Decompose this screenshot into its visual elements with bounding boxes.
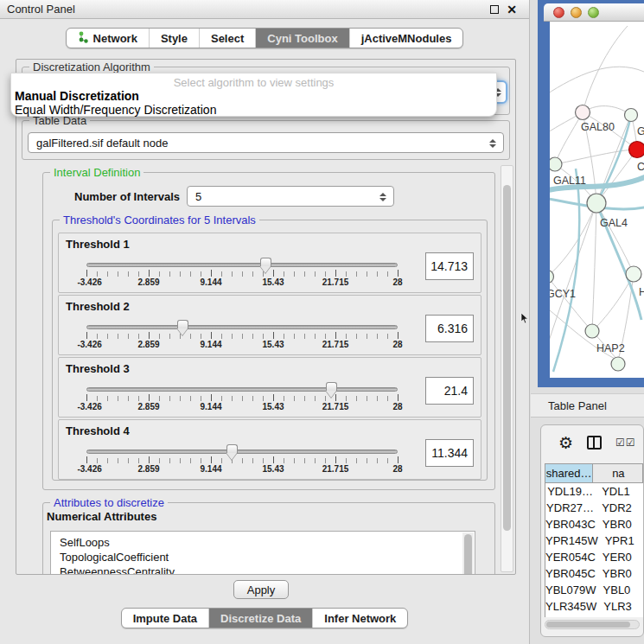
slider-scale-labels: -3.4262.859 9.14415.43 21.71528 xyxy=(86,402,398,412)
threshold-3-value-field[interactable]: 21.4 xyxy=(425,377,474,405)
interval-definition-title: Interval Definition xyxy=(50,166,143,179)
slider-track[interactable] xyxy=(86,263,398,267)
zoom-traffic-light-icon[interactable] xyxy=(588,7,599,18)
slider-scale-labels: -3.4262.859 9.14415.43 21.71528 xyxy=(86,340,398,350)
number-of-intervals-combobox[interactable]: 5 xyxy=(187,186,394,207)
list-item[interactable]: SelfLoops xyxy=(60,535,475,550)
table-row[interactable]: YIL053CYIL0 xyxy=(545,615,643,617)
gear-icon[interactable]: ⚙ xyxy=(558,435,573,451)
network-view-window[interactable]: GAL80 G C GAL11 GAL4 GCY1 H HAP2 xyxy=(538,0,644,387)
option-equal-width-frequency[interactable]: Equal Width/Frequency Discretization xyxy=(11,103,496,117)
tab-network[interactable]: Network xyxy=(67,29,150,48)
slider-thumb[interactable] xyxy=(326,382,337,391)
control-panel-window: Control Panel ✕ Network Style xyxy=(0,0,530,644)
tab-impute-data[interactable]: Impute Data xyxy=(122,609,209,628)
minimize-traffic-light-icon[interactable] xyxy=(571,7,582,18)
node-gal4[interactable] xyxy=(587,194,606,213)
node-label: H xyxy=(639,286,644,298)
table-data-combobox[interactable]: galFiltered.sif default node xyxy=(28,132,504,153)
node-label: GAL80 xyxy=(581,121,615,133)
float-window-icon[interactable] xyxy=(490,5,499,14)
node-label: GAL4 xyxy=(600,217,628,229)
numerical-attributes-label: Numerical Attributes xyxy=(47,510,156,523)
node-bottom-clipped[interactable] xyxy=(611,357,625,371)
list-scrollbar[interactable] xyxy=(462,532,474,574)
tab-style[interactable]: Style xyxy=(150,29,200,48)
tab-cyni-toolbox[interactable]: Cyni Toolbox xyxy=(256,29,349,48)
slider-thumb[interactable] xyxy=(226,444,238,453)
node-label: C xyxy=(637,161,644,173)
interval-definition-group: Interval Definition Number of Intervals … xyxy=(42,172,495,490)
number-of-intervals-label: Number of Intervals xyxy=(74,190,180,203)
list-item[interactable]: TopologicalCoefficient xyxy=(60,550,475,564)
scrollbar-thumb[interactable] xyxy=(503,185,511,531)
tab-discretize-data[interactable]: Discretize Data xyxy=(209,609,313,628)
node-left[interactable] xyxy=(550,157,562,171)
algorithm-hint: Select algorithm to view settings xyxy=(11,73,496,89)
table-row[interactable]: YDL19…YDL1 xyxy=(545,483,643,500)
bottom-tab-bar: Impute Data Discretize Data Infer Networ… xyxy=(0,608,529,628)
list-item[interactable]: BetweennessCentrality xyxy=(60,564,475,574)
threshold-2-slider[interactable]: -3.4262.859 9.14415.43 21.71528 xyxy=(86,320,398,351)
table-row[interactable]: YLR345WYLR3 xyxy=(545,598,643,615)
table-row[interactable]: YDR27…YDR2 xyxy=(545,500,643,516)
table-horizontal-scrollbar[interactable] xyxy=(545,620,640,629)
node-label: G xyxy=(637,125,644,137)
threshold-3-slider[interactable]: -3.4262.859 9.14415.43 21.71528 xyxy=(86,382,398,413)
column-header-shared-name[interactable]: shared… xyxy=(545,464,593,483)
slider-track[interactable] xyxy=(86,325,398,329)
numerical-attributes-list: SelfLoops TopologicalCoefficient Between… xyxy=(50,531,475,574)
network-window-titlebar[interactable] xyxy=(544,3,644,22)
table-browser: ⚙ ☑☑ shared… na YDL19…YDL1 YDR27…YDR2 YB… xyxy=(540,424,644,637)
threshold-1-slider[interactable]: -3.4262.859 9.14415.43 21.71528 xyxy=(86,258,398,289)
column-header-name[interactable]: na xyxy=(593,464,643,483)
option-manual-discretization[interactable]: Manual Discretization xyxy=(11,89,496,103)
table-panel-title: Table Panel xyxy=(531,399,607,412)
slider-scale-labels: -3.4262.859 9.14415.43 21.71528 xyxy=(86,277,398,288)
node-clipped-right-top[interactable] xyxy=(625,109,638,122)
node-gal80[interactable] xyxy=(576,105,590,120)
node-red-selected[interactable] xyxy=(629,142,644,158)
close-icon[interactable]: ✕ xyxy=(507,5,517,14)
slider-track[interactable] xyxy=(86,387,398,392)
node-right[interactable] xyxy=(626,266,641,282)
apply-button[interactable]: Apply xyxy=(233,580,289,599)
tab-jactivemnodules[interactable]: jActiveMNodules xyxy=(350,29,463,48)
network-canvas[interactable]: GAL80 G C GAL11 GAL4 GCY1 H HAP2 xyxy=(550,22,644,378)
tab-infer-network[interactable]: Infer Network xyxy=(313,609,407,628)
slider-scale-labels: -3.4262.859 9.14415.43 21.71528 xyxy=(86,464,398,475)
node-table: shared… na YDL19…YDL1 YDR27…YDR2 YBR043C… xyxy=(545,463,643,617)
table-data-group: Table Data galFiltered.sif default node xyxy=(22,120,510,160)
tab-select[interactable]: Select xyxy=(200,29,256,48)
slider-thumb[interactable] xyxy=(260,258,271,266)
network-icon xyxy=(78,31,89,46)
settings-scroll-viewport: Interval Definition Number of Intervals … xyxy=(22,163,499,574)
node-hap2[interactable] xyxy=(585,324,599,338)
threshold-1-value-field[interactable]: 14.713 xyxy=(425,252,474,280)
columns-icon[interactable] xyxy=(587,436,602,450)
table-row[interactable]: YBR043CYBR0 xyxy=(545,516,643,532)
settings-scrollbar[interactable] xyxy=(501,165,513,572)
attributes-group-title: Attributes to discretize xyxy=(50,496,168,509)
table-toolbar: ⚙ ☑☑ xyxy=(541,425,643,460)
table-row[interactable]: YBL079WYBL0 xyxy=(545,582,643,598)
threshold-2-panel: Threshold 2 -3.4262.859 9.14415.43 xyxy=(58,295,481,355)
node-label: GCY1 xyxy=(550,288,576,300)
mouse-cursor xyxy=(520,312,529,328)
table-row[interactable]: YPR145WYPR1 xyxy=(545,532,643,549)
table-row[interactable]: YBR045CYBR0 xyxy=(545,565,643,582)
node-label: GAL11 xyxy=(553,175,586,187)
table-panel-header: Table Panel xyxy=(531,393,644,418)
slider-thumb[interactable] xyxy=(177,320,188,328)
close-traffic-light-icon[interactable] xyxy=(553,7,564,18)
checkbox-icons[interactable]: ☑☑ xyxy=(615,437,636,449)
threshold-3-panel: Threshold 3 -3.4262.859 9.14415.43 xyxy=(58,357,481,418)
threshold-4-panel: Threshold 4 -3.4262.859 9.14415.43 xyxy=(58,419,481,480)
control-panel-title: Control Panel xyxy=(0,3,75,16)
threshold-2-value-field[interactable]: 6.316 xyxy=(425,315,474,342)
slider-track[interactable] xyxy=(86,450,398,454)
table-row[interactable]: YER054CYER0 xyxy=(545,549,643,565)
threshold-4-value-field[interactable]: 11.344 xyxy=(425,439,474,467)
threshold-4-slider[interactable]: -3.4262.859 9.14415.43 21.71528 xyxy=(86,444,398,475)
node-gcy1[interactable] xyxy=(550,271,554,284)
